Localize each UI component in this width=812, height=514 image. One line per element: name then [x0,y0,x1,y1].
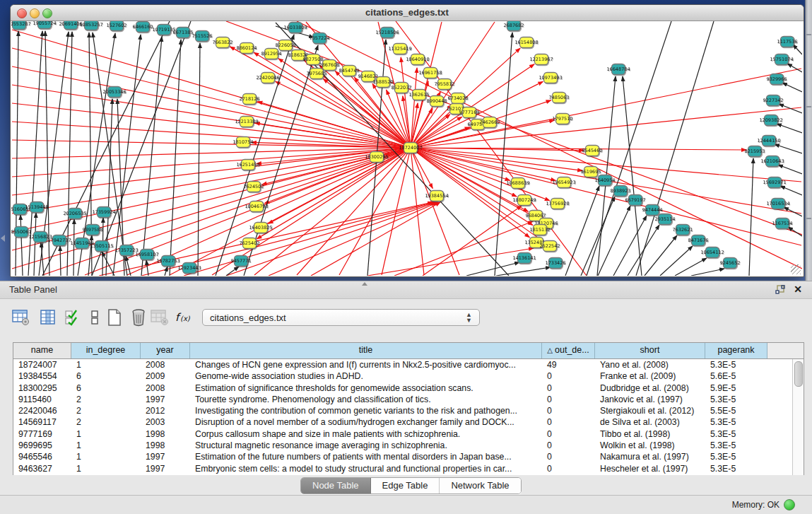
graph-node[interactable]: 18640910 [406,54,429,65]
graph-node[interactable]: 12444150 [757,136,780,146]
graph-node[interactable]: 1810754 [233,137,254,148]
graph-node[interactable]: 16648784 [606,64,630,75]
table-cell[interactable]: Structural magnetic resonance image aver… [190,440,542,451]
table-cell[interactable]: 1 [71,359,141,370]
table-cell[interactable]: Dudbridge et al. (2008) [595,382,705,394]
graph-node[interactable]: 19654923 [552,177,575,188]
graph-node[interactable]: 6466160 [133,22,153,33]
graph-node[interactable]: 15751074 [770,54,793,65]
table-cell[interactable]: 18300295 [13,382,71,394]
graph-node[interactable]: 7663822 [213,37,233,48]
graph-node[interactable]: 13756928 [546,199,569,209]
graph-node[interactable]: 12213389 [235,117,258,127]
graph-node[interactable]: 10853257 [79,21,102,30]
table-cell[interactable]: 9699695 [13,440,71,451]
graph-node[interactable]: 1117536 [777,37,798,47]
column-header-pagerank[interactable]: pagerank [705,343,767,358]
table-cell[interactable]: 0 [542,370,595,382]
right-panel-splitter[interactable] [805,0,812,281]
table-cell[interactable]: 2003 [141,416,190,428]
table-cell[interactable]: 0 [542,451,595,462]
table-cell[interactable]: 2 [71,405,141,416]
table-cell[interactable]: 2009 [141,370,190,382]
graph-node[interactable]: 2935114 [655,214,676,225]
table-cell[interactable]: de Silva et al. (2003) [595,416,705,428]
table-cell[interactable]: Tourette syndrome. Phenomenology and cla… [190,394,542,405]
table-cell[interactable]: 18724007 [13,359,71,370]
graph-node[interactable]: 1733426 [546,258,566,269]
graph-node[interactable]: 7515526 [192,31,213,42]
table-cell[interactable]: 5.3E-5 [705,394,767,405]
graph-node[interactable]: 8912954 [261,49,282,59]
graph-node[interactable]: 8215953 [745,146,765,157]
graph-node[interactable]: 16782753 [156,256,180,267]
table-cell[interactable]: Franke et al. (2009) [595,370,705,382]
table-cell[interactable]: 5.6E-5 [705,370,767,382]
graph-node[interactable]: 1527602 [107,21,127,31]
table-cell[interactable]: Wolkin et al. (1998) [595,440,705,451]
column-header-title[interactable]: title [190,343,542,358]
table-cell[interactable]: 5.9E-5 [705,382,767,394]
table-cell[interactable]: 5.3E-5 [705,451,767,462]
graph-node[interactable]: 10688639 [506,178,529,189]
float-window-icon[interactable] [775,285,785,295]
panel-splitter-arrow-icon[interactable] [362,282,367,286]
table-cell[interactable]: 1997 [141,451,190,462]
table-cell[interactable]: 6 [71,370,141,382]
table-cell[interactable]: 2012 [141,405,190,416]
table-cell[interactable]: 0 [542,405,595,416]
table-cell[interactable]: 0 [542,416,595,428]
graph-node[interactable]: 16210643 [760,156,784,167]
table-cell[interactable]: 6 [71,382,141,394]
table-cell[interactable]: 1 [71,440,141,451]
table-cell[interactable]: Estimation of significance thresholds fo… [190,382,542,394]
graph-node[interactable]: 17016534 [766,199,789,209]
table-cell[interactable]: 0 [542,394,595,405]
graph-node[interactable]: 16958107 [135,250,158,260]
toggle-columns-icon[interactable] [38,308,58,327]
table-cell[interactable]: Estimation of the future numbers of pati… [190,451,542,462]
table-cell[interactable]: 1998 [141,440,190,451]
graph-node[interactable]: 8471676 [688,235,709,246]
graph-node[interactable]: 19384554 [425,191,448,201]
graph-node[interactable]: 12093822 [759,115,782,126]
table-cell[interactable]: Jankovic et al. (1997) [595,394,705,405]
create-column-icon[interactable] [105,308,124,327]
table-cell[interactable]: 2 [71,394,141,405]
table-cell[interactable]: 0 [542,440,595,451]
table-cell[interactable]: Nakamura et al. (1997) [595,451,705,462]
resize-grip[interactable] [791,264,801,274]
table-cell[interactable]: 22420046 [13,405,71,416]
graph-node[interactable]: 9245652 [720,258,741,269]
table-cell[interactable]: 9463627 [13,463,71,474]
graph-node[interactable]: 7955812 [435,79,455,90]
table-cell[interactable]: 5.3E-5 [705,440,767,451]
table-cell[interactable]: 49 [542,359,595,370]
table-cell[interactable]: Disruption of a novel member of a sodium… [190,416,542,428]
window-titlebar[interactable]: citations_edges.txt [11,5,804,21]
table-cell[interactable]: 1997 [141,394,190,405]
table-cell[interactable]: 9465546 [13,451,71,462]
network-graph-svg[interactable]: 1872400776638228860124891295482260588186… [11,21,802,276]
table-cell[interactable]: 1 [71,463,141,474]
table-cell[interactable]: 5.3E-5 [705,463,767,474]
column-header-in_degree[interactable]: in_degree [71,343,141,358]
table-cell[interactable]: 5.3E-5 [705,428,767,440]
graph-node[interactable]: 2687682 [504,21,524,31]
table-cell[interactable]: 5.3E-5 [705,416,767,428]
graph-node[interactable]: 1797510 [553,114,573,124]
table-cell[interactable]: Yano et al. (2008) [595,359,705,370]
column-header-year[interactable]: year [141,343,190,358]
select-columns-icon[interactable] [62,308,82,327]
column-header-out_de[interactable]: △out_de... [542,343,595,358]
row-height-icon[interactable] [85,308,105,327]
table-cell[interactable]: Embryonic stem cells: a model to study s… [190,463,542,474]
table-cell[interactable]: Changes of HCN gene expression and I(f) … [190,359,542,370]
graph-node[interactable]: 20553287 [11,21,31,30]
tab-network-table[interactable]: Network Table [440,478,520,493]
left-panel-splitter-arrow-icon[interactable] [1,235,5,242]
table-cell[interactable]: Stergiakouli et al. (2012) [595,405,705,416]
graph-node[interactable]: 6679197 [625,195,646,206]
table-cell[interactable]: 0 [542,428,595,440]
graph-node[interactable]: 16033809 [283,23,307,33]
